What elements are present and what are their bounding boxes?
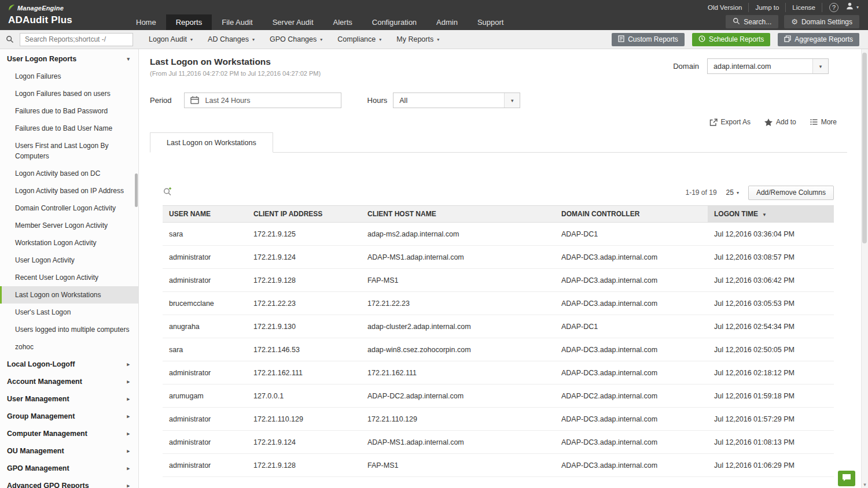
sidebar-item-domain-controller-logon-activity[interactable]: Domain Controller Logon Activity — [0, 199, 138, 217]
search-button[interactable]: Search... — [726, 15, 778, 28]
menu-my-reports[interactable]: My Reports▾ — [389, 30, 447, 49]
page-size-select[interactable]: 25 ▾ — [726, 188, 739, 197]
nav-tab-admin[interactable]: Admin — [426, 14, 468, 30]
cell-client-ip-address: 127.0.0.1 — [247, 385, 361, 408]
menu-logon-audit[interactable]: Logon Audit▾ — [141, 30, 200, 49]
sidebar-item-failures-due-to-bad-password[interactable]: Failures due to Bad Password — [0, 102, 138, 120]
action-export-as-button[interactable]: Export As — [704, 118, 756, 126]
table-row[interactable]: administrator172.21.9.128FAP-MS1ADAP-DC3… — [163, 269, 834, 292]
sidebar-section-ou-management[interactable]: OU Management▸ — [0, 442, 138, 460]
sidebar-section-account-management[interactable]: Account Management▸ — [0, 373, 138, 390]
cell-client-ip-address: 172.21.146.53 — [247, 338, 361, 361]
table-row[interactable]: administrator172.21.110.129172.21.110.12… — [163, 408, 834, 431]
sidebar-section-user-management[interactable]: User Management▸ — [0, 390, 138, 408]
star-icon — [764, 119, 773, 126]
table-row[interactable]: arumugam127.0.0.1ADAP-DC2.adap.internal.… — [163, 385, 834, 408]
sidebar-item-logon-failures-based-on-users[interactable]: Logon Failures based on users — [0, 85, 138, 102]
table-row[interactable]: administrator172.21.9.128FAP-MS1ADAP-DC3… — [163, 454, 834, 477]
cell-domain-controller: ADAP-DC1 — [555, 223, 708, 246]
table-search-icon[interactable] — [163, 187, 172, 198]
utility-link-jump-to[interactable]: Jump to — [749, 3, 786, 12]
domain-select[interactable]: adap.internal.com ▾ — [707, 58, 829, 74]
nav-tab-server-audit[interactable]: Server Audit — [263, 14, 323, 30]
table-row[interactable]: administrator172.21.162.111172.21.162.11… — [163, 361, 834, 385]
sidebar-item-last-logon-on-workstations[interactable]: Last Logon on Workstations — [0, 286, 138, 304]
nav-tab-file-audit[interactable]: File Audit — [212, 14, 262, 30]
sidebar-section-user-logon-reports[interactable]: User Logon Reports ▾ — [0, 49, 138, 68]
sidebar-item-logon-failures[interactable]: Logon Failures — [0, 68, 138, 85]
sidebar-scrollbar[interactable] — [135, 173, 138, 207]
sidebar-section-advanced-gpo-reports[interactable]: Advanced GPO Reports▸ — [0, 477, 138, 488]
chat-widget-button[interactable] — [838, 471, 855, 486]
sidebar-search-toggle[interactable] — [0, 34, 20, 46]
action-add-to-button[interactable]: Add to — [759, 118, 801, 126]
domain-select-value: adap.internal.com — [708, 62, 812, 71]
tab-last-logon-on-workstations[interactable]: Last Logon on Workstations — [150, 132, 273, 153]
domain-settings-button[interactable]: ⚙ Domain Settings — [784, 15, 859, 28]
cell-domain-controller: ADAP-DC3.adap.internal.com — [555, 269, 708, 292]
table-row[interactable]: sara172.21.146.53adap-win8.csez.zohocorp… — [163, 338, 834, 361]
column-header-logon-time[interactable]: LOGON TIME▼ — [708, 206, 834, 223]
nav-tab-home[interactable]: Home — [126, 14, 166, 30]
column-header-client-ip-address[interactable]: CLIENT IP ADDRESS — [247, 206, 361, 223]
sidebar-item-zohoc[interactable]: zohoc — [0, 338, 138, 356]
table-row[interactable]: anugraha172.21.9.130adap-cluster2.adap.i… — [163, 315, 834, 338]
chevron-down-icon: ▾ — [252, 37, 255, 42]
help-button[interactable]: ? — [829, 3, 838, 12]
cell-domain-controller: ADAP-DC3.adap.internal.com — [555, 454, 708, 477]
menu-label: GPO Changes — [270, 35, 317, 43]
user-menu[interactable]: ▾ — [845, 2, 859, 13]
search-icon — [733, 17, 740, 27]
sidebar-section-label: Computer Management — [7, 430, 87, 438]
sidebar-item-logon-activity-based-on-dc[interactable]: Logon Activity based on DC — [0, 165, 138, 182]
nav-tab-alerts[interactable]: Alerts — [323, 14, 362, 30]
sidebar-item-workstation-logon-activity[interactable]: Workstation Logon Activity — [0, 234, 138, 252]
sidebar-section-group-management[interactable]: Group Management▸ — [0, 408, 138, 425]
nav-tab-support[interactable]: Support — [468, 14, 514, 30]
chevron-right-icon: ▸ — [127, 379, 130, 385]
nav-tab-reports[interactable]: Reports — [166, 14, 212, 30]
column-header-user-name[interactable]: USER NAME — [163, 206, 247, 223]
action-label: Export As — [721, 118, 751, 126]
sidebar-section-gpo-management[interactable]: GPO Management▸ — [0, 460, 138, 477]
menu-gpo-changes[interactable]: GPO Changes▾ — [262, 30, 330, 49]
sidebar-item-user-s-last-logon[interactable]: User's Last Logon — [0, 304, 138, 321]
add-remove-columns-button[interactable]: Add/Remove Columns — [748, 186, 834, 200]
utility-link-old-version[interactable]: Old Version — [701, 3, 749, 12]
table-row[interactable]: brucemcclane172.21.22.23172.21.22.23ADAP… — [163, 292, 834, 315]
cell-domain-controller: ADAP-DC2.adap.internal.com — [555, 385, 708, 408]
cell-logon-time: Jul 12,2016 02:18:12 PM — [708, 361, 834, 385]
aggregate-reports-button[interactable]: Aggregate Reports — [778, 33, 859, 46]
sidebar-item-users-logged-into-multiple-computers[interactable]: Users logged into multiple computers — [0, 321, 138, 338]
sidebar-item-member-server-logon-activity[interactable]: Member Server Logon Activity — [0, 217, 138, 234]
page-scrollbar[interactable]: ▾ — [861, 49, 868, 488]
custom-report-icon — [618, 35, 624, 44]
sidebar-item-user-logon-activity[interactable]: User Logon Activity — [0, 252, 138, 269]
table-row[interactable]: administrator172.21.9.124ADAP-MS1.adap.i… — [163, 431, 834, 454]
sidebar-item-recent-user-logon-activity[interactable]: Recent User Logon Activity — [0, 269, 138, 286]
brand-logo[interactable]: ManageEngine ADAudit Plus — [0, 0, 126, 30]
sidebar-item-logon-activity-based-on-ip-address[interactable]: Logon Activity based on IP Address — [0, 182, 138, 199]
cell-user-name: brucemcclane — [163, 292, 247, 315]
period-picker[interactable]: Last 24 Hours — [184, 93, 341, 108]
custom-reports-button[interactable]: Custom Reports — [612, 33, 685, 46]
sidebar-section-computer-management[interactable]: Computer Management▸ — [0, 425, 138, 442]
utility-link-license[interactable]: License — [786, 3, 822, 12]
report-search-input[interactable] — [20, 33, 133, 46]
sidebar-item-failures-due-to-bad-user-name[interactable]: Failures due to Bad User Name — [0, 120, 138, 137]
column-header-client-host-name[interactable]: CLIENT HOST NAME — [361, 206, 555, 223]
schedule-reports-button[interactable]: Schedule Reports — [692, 33, 770, 46]
sidebar-section-local-logon-logoff[interactable]: Local Logon-Logoff▸ — [0, 356, 138, 373]
sidebar-section-label: Advanced GPO Reports — [7, 482, 89, 488]
table-row[interactable]: sara172.21.9.125adap-ms2.adap.internal.c… — [163, 223, 834, 246]
menu-compliance[interactable]: Compliance▾ — [330, 30, 389, 49]
action-more-button[interactable]: More — [805, 118, 842, 126]
hours-select[interactable]: All ▾ — [393, 93, 520, 108]
scrollbar-thumb[interactable] — [862, 53, 867, 243]
table-row[interactable]: administrator172.21.9.124ADAP-MS1.adap.i… — [163, 246, 834, 269]
menu-ad-changes[interactable]: AD Changes▾ — [200, 30, 262, 49]
column-header-domain-controller[interactable]: DOMAIN CONTROLLER — [555, 206, 708, 223]
scroll-down-arrow[interactable]: ▾ — [862, 482, 868, 487]
sidebar-item-users-first-and-last-logon-by-computers[interactable]: Users First and Last Logon By Computers — [0, 137, 138, 165]
nav-tab-configuration[interactable]: Configuration — [362, 14, 426, 30]
